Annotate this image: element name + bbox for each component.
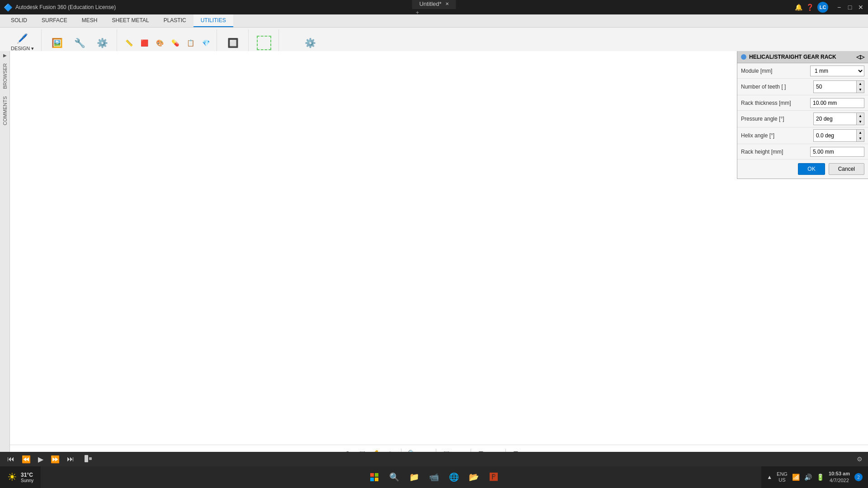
svg-rect-10 bbox=[370, 478, 374, 481]
close-button[interactable]: ✕ bbox=[857, 4, 864, 11]
helix-angle-up[interactable]: ▲ bbox=[857, 130, 864, 136]
folder-button[interactable]: 📂 bbox=[465, 468, 483, 486]
help-icon[interactable]: ❓ bbox=[806, 4, 814, 11]
helix-angle-input[interactable] bbox=[813, 129, 856, 142]
ribbon-tabs: SOLID SURFACE MESH SHEET METAL PLASTIC U… bbox=[0, 14, 868, 28]
panel-row-helix-angle: Helix angle [°] ▲ ▼ bbox=[737, 127, 868, 144]
appearance-icon: 🎨 bbox=[155, 38, 165, 48]
gear-icon: ⚙️ bbox=[303, 36, 317, 50]
svg-rect-9 bbox=[375, 473, 378, 477]
comments-tab[interactable]: COMMENTS bbox=[1, 93, 9, 129]
battery-icon[interactable]: 🔋 bbox=[816, 474, 824, 481]
utility-material-btn[interactable]: 🟥 bbox=[137, 37, 151, 49]
tab-utilities[interactable]: UTILITIES bbox=[193, 14, 233, 27]
num-teeth-spinner: ▲ ▼ bbox=[856, 80, 864, 93]
canvas-area[interactable]: TOP X Y Z HELICAL/STRAIGHT GEAR RACK ◁▷ bbox=[10, 51, 868, 461]
num-teeth-label: Number of teeth [ ] bbox=[741, 84, 813, 90]
tab-sheet-metal[interactable]: SHEET METAL bbox=[104, 14, 156, 27]
app-title: Autodesk Fusion 360 (Education License) bbox=[15, 4, 116, 10]
nest-button[interactable]: 🔧 bbox=[69, 34, 90, 52]
tab-title: Untitled* ✕ + bbox=[412, 0, 456, 16]
num-teeth-down[interactable]: ▼ bbox=[857, 87, 864, 93]
num-teeth-input[interactable] bbox=[813, 80, 856, 93]
utility-appearance-btn[interactable]: 🎨 bbox=[152, 37, 167, 49]
svg-rect-11 bbox=[375, 478, 378, 481]
time-display: 10:53 am bbox=[829, 470, 850, 477]
add-ins-icon: ⚙️ bbox=[95, 36, 109, 50]
wifi-icon[interactable]: 📶 bbox=[792, 474, 800, 481]
sidebar-toggle[interactable]: ▶ bbox=[3, 51, 7, 60]
start-button[interactable] bbox=[365, 468, 383, 486]
num-teeth-up[interactable]: ▲ bbox=[857, 81, 864, 87]
video-button[interactable]: 📹 bbox=[425, 468, 443, 486]
inspect-icon: 🔲 bbox=[226, 36, 241, 50]
add-ins-button[interactable]: ⚙️ bbox=[91, 34, 113, 52]
panel-collapse-icon[interactable]: ◁▷ bbox=[856, 54, 864, 60]
timeline-play[interactable]: ▶ bbox=[36, 453, 45, 465]
svg-rect-8 bbox=[370, 473, 374, 477]
volume-icon[interactable]: 🔊 bbox=[804, 474, 812, 481]
gear-panel-icon bbox=[741, 54, 746, 60]
new-tab-btn[interactable]: + bbox=[412, 7, 423, 18]
tab-surface[interactable]: SURFACE bbox=[34, 14, 75, 27]
gear-panel: HELICAL/STRAIGHT GEAR RACK ◁▷ Module [mm… bbox=[737, 51, 868, 179]
rack-thickness-input[interactable] bbox=[810, 98, 864, 108]
clock-area[interactable]: 10:53 am 4/7/2022 bbox=[829, 470, 850, 484]
browser-tab[interactable]: BROWSER bbox=[1, 60, 9, 93]
pressure-angle-control: ▲ ▼ bbox=[813, 113, 864, 125]
file-explorer-button[interactable]: 📁 bbox=[405, 468, 423, 486]
timeline-first[interactable]: ⏮ bbox=[5, 453, 16, 465]
user-avatar[interactable]: LC bbox=[817, 2, 828, 13]
search-button[interactable]: 🔍 bbox=[385, 468, 403, 486]
hidden-icons-btn[interactable]: ▲ bbox=[767, 474, 772, 480]
panel-row-rack-thickness: Rack thickness [mm] bbox=[737, 95, 868, 111]
timeline-prev[interactable]: ⏪ bbox=[20, 453, 33, 465]
notification-icon[interactable]: 🔔 bbox=[795, 4, 802, 11]
helix-angle-control: ▲ ▼ bbox=[813, 129, 864, 142]
pressure-angle-input[interactable] bbox=[813, 113, 856, 125]
title-bar: 🔷 Autodesk Fusion 360 (Education License… bbox=[0, 0, 868, 14]
ok-button[interactable]: OK bbox=[798, 163, 825, 175]
timeline-last[interactable]: ⏭ bbox=[65, 453, 76, 465]
tab-plastic[interactable]: PLASTIC bbox=[156, 14, 193, 27]
module-select[interactable]: 1 mm2 mm3 mm bbox=[810, 66, 864, 76]
render-icon: 💊 bbox=[170, 38, 180, 48]
maximize-button[interactable]: □ bbox=[846, 4, 854, 11]
select-icon bbox=[257, 36, 271, 50]
inspect-button[interactable]: 🔲 bbox=[222, 34, 244, 52]
timeline-settings-icon[interactable]: ⚙ bbox=[857, 455, 863, 463]
temperature: 31°C bbox=[21, 472, 33, 478]
minimize-button[interactable]: − bbox=[835, 4, 843, 11]
utility-sheets-btn[interactable]: 📋 bbox=[183, 37, 198, 49]
notification-area: ▲ ENGUS 📶 🔊 🔋 10:53 am 4/7/2022 2 bbox=[761, 466, 868, 488]
browser-button[interactable]: 🌐 bbox=[445, 468, 463, 486]
material-icon: 🟥 bbox=[139, 38, 149, 48]
pressure-angle-spinner: ▲ ▼ bbox=[856, 113, 864, 125]
title-controls: 🔔 ❓ LC − □ ✕ bbox=[795, 2, 864, 13]
gf-gear-button[interactable]: ⚙️ bbox=[299, 34, 321, 52]
powerpoint-button[interactable]: 🅿 bbox=[485, 468, 503, 486]
weather-condition: Sunny bbox=[21, 478, 33, 483]
utility-render-btn[interactable]: 💊 bbox=[168, 37, 182, 49]
design-button[interactable]: 🖊️ DESIGN ▾ bbox=[7, 29, 38, 53]
utility-diamond-btn[interactable]: 💎 bbox=[198, 37, 213, 49]
select-button[interactable] bbox=[253, 34, 275, 52]
weather-icon: ☀ bbox=[7, 471, 17, 483]
tab-close-icon[interactable]: ✕ bbox=[445, 1, 449, 6]
notification-badge[interactable]: 2 bbox=[854, 473, 863, 481]
title-left: 🔷 Autodesk Fusion 360 (Education License… bbox=[4, 3, 116, 12]
utility-measure-btn[interactable]: 📏 bbox=[122, 37, 136, 49]
tab-solid[interactable]: SOLID bbox=[4, 14, 34, 27]
language-indicator[interactable]: ENGUS bbox=[777, 471, 788, 483]
pressure-angle-down[interactable]: ▼ bbox=[857, 119, 864, 125]
helix-angle-down[interactable]: ▼ bbox=[857, 136, 864, 141]
diamond-icon: 💎 bbox=[201, 38, 211, 48]
rack-height-input[interactable] bbox=[810, 147, 864, 157]
tab-mesh[interactable]: MESH bbox=[75, 14, 105, 27]
cancel-button[interactable]: Cancel bbox=[829, 163, 864, 175]
make-icon: 🖼️ bbox=[50, 36, 64, 50]
make-button[interactable]: 🖼️ bbox=[46, 34, 68, 52]
pressure-angle-up[interactable]: ▲ bbox=[857, 113, 864, 119]
num-teeth-control: ▲ ▼ bbox=[813, 80, 864, 93]
timeline-next[interactable]: ⏩ bbox=[49, 453, 61, 465]
